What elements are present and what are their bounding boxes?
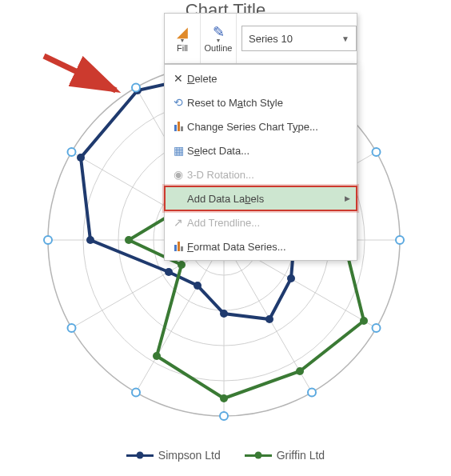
svg-point-44 bbox=[396, 236, 404, 244]
svg-point-50 bbox=[44, 236, 52, 244]
svg-point-51 bbox=[68, 148, 76, 156]
menu-format-data-series[interactable]: Format Data Series... bbox=[165, 234, 357, 258]
outline-button[interactable]: ✎ ▼ Outline bbox=[201, 14, 237, 63]
context-menu: ✕ Delete ⟲ Reset to Match Style Change S… bbox=[164, 64, 357, 261]
format-icon bbox=[170, 240, 187, 254]
svg-point-49 bbox=[68, 324, 76, 332]
svg-point-52 bbox=[132, 84, 140, 92]
select-data-icon: ▦ bbox=[170, 144, 187, 157]
fill-button[interactable]: ◢ ▼ Fill bbox=[165, 14, 201, 63]
svg-point-21 bbox=[287, 274, 295, 282]
svg-point-24 bbox=[194, 282, 202, 290]
svg-point-35 bbox=[220, 394, 228, 402]
svg-point-36 bbox=[153, 352, 161, 360]
menu-reset[interactable]: ⟲ Reset to Match Style bbox=[165, 90, 357, 114]
svg-point-25 bbox=[165, 268, 173, 276]
outline-label: Outline bbox=[205, 43, 233, 53]
legend-label: Griffin Ltd bbox=[277, 449, 325, 462]
dropdown-icon: ▼ bbox=[180, 38, 186, 43]
chart-legend: Simpson Ltd Griffin Ltd bbox=[0, 449, 451, 462]
svg-point-45 bbox=[373, 324, 381, 332]
dropdown-icon: ▼ bbox=[216, 38, 222, 43]
svg-point-22 bbox=[265, 315, 273, 323]
svg-point-27 bbox=[77, 154, 85, 162]
svg-point-47 bbox=[220, 412, 228, 420]
menu-delete[interactable]: ✕ Delete bbox=[165, 66, 357, 90]
menu-select-data[interactable]: ▦ Select Data... bbox=[165, 138, 357, 162]
menu-add-data-labels[interactable]: Add Data Labels ▶ bbox=[165, 186, 357, 210]
legend-marker-icon bbox=[245, 454, 272, 457]
menu-add-trendline: ↗ Add Trendline... bbox=[165, 210, 357, 234]
svg-point-23 bbox=[220, 310, 228, 318]
menu-change-chart-type[interactable]: Change Series Chart Type... bbox=[165, 114, 357, 138]
legend-marker-icon bbox=[126, 454, 154, 457]
menu-3d-rotation: ◉ 3-D Rotation... bbox=[165, 162, 357, 186]
svg-point-37 bbox=[178, 261, 186, 269]
svg-point-38 bbox=[125, 236, 133, 244]
svg-point-33 bbox=[360, 317, 368, 325]
trendline-icon: ↗ bbox=[170, 216, 187, 229]
svg-point-34 bbox=[296, 367, 304, 375]
svg-point-43 bbox=[373, 148, 381, 156]
series-selector[interactable]: Series 10 ▼ bbox=[241, 26, 357, 51]
legend-item-griffin[interactable]: Griffin Ltd bbox=[245, 449, 325, 462]
series-selector-value: Series 10 bbox=[249, 33, 293, 45]
rotation-3d-icon: ◉ bbox=[170, 168, 187, 181]
fill-label: Fill bbox=[177, 43, 188, 53]
submenu-arrow-icon: ▶ bbox=[345, 194, 350, 202]
reset-icon: ⟲ bbox=[170, 96, 187, 109]
svg-point-26 bbox=[86, 236, 94, 244]
svg-point-46 bbox=[308, 389, 316, 397]
chevron-down-icon: ▼ bbox=[341, 34, 349, 43]
legend-label: Simpson Ltd bbox=[158, 449, 221, 462]
mini-toolbar: ◢ ▼ Fill ✎ ▼ Outline Series 10 ▼ bbox=[164, 13, 357, 64]
delete-icon: ✕ bbox=[170, 72, 187, 85]
svg-point-48 bbox=[132, 389, 140, 397]
chart-type-icon bbox=[170, 120, 187, 134]
legend-item-simpson[interactable]: Simpson Ltd bbox=[126, 449, 221, 462]
